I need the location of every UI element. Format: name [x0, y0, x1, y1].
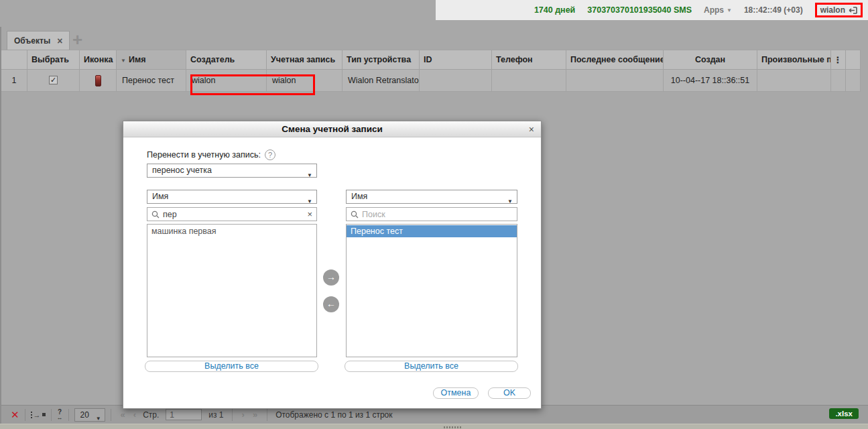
page-label: Стр.: [143, 410, 159, 420]
header-rownum: [1, 50, 27, 70]
header-account[interactable]: Учетная запись: [267, 50, 343, 70]
move-right-button[interactable]: →: [323, 269, 339, 286]
days-counter: 1740 дней: [534, 5, 575, 15]
row-checkbox[interactable]: ✓: [49, 76, 58, 84]
chevron-down-icon: ▼: [727, 7, 732, 13]
list-item[interactable]: машинка первая: [147, 225, 316, 237]
sms-counter: 370370370101935040 SMS: [587, 5, 692, 15]
header-last-message[interactable]: Последнее сообщение: [566, 50, 664, 70]
cancel-button[interactable]: Отмена: [433, 387, 479, 399]
annotation-box-account-cells: [190, 74, 315, 95]
row-select-cell[interactable]: ✓: [27, 70, 80, 92]
header-name[interactable]: ▼Имя: [117, 50, 186, 70]
bottom-resize-strip[interactable]: [0, 424, 868, 429]
select-all-right-button[interactable]: Выделить все: [345, 361, 518, 372]
header-device-type[interactable]: Тип устройства: [343, 50, 420, 70]
header-created[interactable]: Создан: [664, 50, 757, 70]
resize-grip-icon: [444, 426, 462, 428]
rows-status-text: Отображено с 1 по 1 из 1 строк: [275, 410, 392, 420]
row-device-type: Wialon Retranslator: [343, 70, 420, 92]
add-tab-icon[interactable]: +: [72, 31, 82, 48]
row-name[interactable]: Перенос тест: [117, 70, 186, 92]
transfer-account-label: Перенести в учетную запись:: [147, 150, 261, 160]
square-glyph: [42, 413, 46, 416]
chevron-down-icon: ▼: [96, 413, 101, 425]
left-sort-value: Имя: [152, 192, 168, 201]
select-all-left-button[interactable]: Выделить все: [145, 361, 318, 372]
logout-icon: [849, 7, 857, 14]
objects-table: Выбрать Иконка ▼Имя Создатель Учетная за…: [1, 50, 861, 92]
header-id[interactable]: ID: [420, 50, 492, 70]
export-xlsx-button[interactable]: .xlsx: [829, 408, 859, 419]
tab-objects[interactable]: Объекты ×: [7, 31, 70, 50]
row-number: 1: [1, 70, 27, 92]
tab-close-icon[interactable]: ×: [57, 36, 62, 46]
divider: [68, 409, 69, 421]
search-icon: [351, 210, 359, 219]
column-settings-icon[interactable]: ⋮: [831, 50, 846, 70]
header-icon[interactable]: Иконка: [80, 50, 117, 70]
sort-desc-icon: ▼: [121, 58, 126, 64]
prev-page-button[interactable]: ‹: [133, 410, 136, 420]
column-width-help-icon[interactable]: ? ↔: [57, 410, 63, 420]
right-sort-value: Имя: [351, 192, 367, 201]
clock-display: 18::42::49 (+03): [744, 5, 803, 15]
header-phone[interactable]: Телефон: [492, 50, 566, 70]
tab-objects-label: Объекты: [14, 36, 50, 46]
source-units-list[interactable]: машинка первая: [147, 224, 317, 357]
chevron-down-icon: ▼: [507, 195, 513, 208]
next-page-button[interactable]: ›: [242, 410, 245, 420]
divider: [111, 409, 111, 421]
right-search-box: [346, 207, 517, 221]
target-account-select[interactable]: перенос учетка ▼: [147, 164, 317, 178]
move-to-account-icon[interactable]: →: [31, 411, 46, 419]
divider: [25, 409, 25, 421]
clear-search-icon[interactable]: ×: [307, 209, 312, 219]
dialog-title: Смена учетной записи: [282, 124, 383, 134]
row-end-spacer: [846, 70, 861, 92]
chevron-down-icon: ▼: [307, 169, 312, 182]
row-kebab-spacer: [831, 70, 846, 92]
left-search-box: ×: [147, 207, 317, 221]
unit-device-icon: [95, 75, 101, 86]
top-header-bar: 1740 дней 370370370101935040 SMS Apps ▼ …: [436, 0, 868, 20]
divider: [51, 409, 52, 421]
dialog-titlebar: Смена учетной записи ×: [123, 121, 541, 137]
header-custom-fields[interactable]: Произвольные пол: [757, 50, 831, 70]
target-account-value: перенос учетка: [152, 166, 212, 175]
left-right-arrow-glyph: ↔: [57, 415, 63, 420]
apps-menu[interactable]: Apps ▼: [704, 5, 732, 15]
page-size-select[interactable]: 20 ▼: [74, 408, 105, 422]
header-spacer: [846, 50, 861, 70]
target-units-list[interactable]: Перенос тест: [346, 224, 517, 357]
dots-glyph: [31, 412, 32, 418]
page-total-label: из 1: [208, 410, 223, 420]
divider: [232, 409, 233, 421]
divider: [267, 409, 267, 421]
last-page-button[interactable]: »: [253, 410, 257, 420]
arrow-glyph: →: [34, 411, 41, 419]
move-left-button[interactable]: ←: [323, 296, 339, 312]
apps-menu-label: Apps: [704, 5, 724, 15]
right-search-input[interactable]: [362, 210, 513, 219]
dialog-close-icon[interactable]: ×: [529, 121, 534, 137]
row-created: 10--04--17 18::36::51: [664, 70, 757, 92]
page-size-value: 20: [80, 410, 89, 420]
right-sort-select[interactable]: Имя ▼: [346, 190, 517, 204]
row-phone: [492, 70, 566, 92]
user-logout-button[interactable]: wialon: [815, 3, 863, 17]
row-custom-fields: [757, 70, 831, 92]
list-item-selected[interactable]: Перенос тест: [347, 225, 517, 237]
left-sort-select[interactable]: Имя ▼: [147, 190, 317, 204]
ok-button[interactable]: OK: [488, 387, 531, 399]
header-select[interactable]: Выбрать: [27, 50, 80, 70]
first-page-button[interactable]: «: [121, 410, 125, 420]
left-search-input[interactable]: [163, 210, 304, 219]
page-number-input[interactable]: [166, 409, 202, 420]
username-label: wialon: [820, 5, 845, 15]
header-creator[interactable]: Создатель: [186, 50, 267, 70]
help-icon[interactable]: ?: [265, 149, 275, 160]
change-account-dialog: Смена учетной записи × Перенести в учетн…: [123, 121, 542, 409]
delete-selected-icon[interactable]: ✕: [11, 409, 19, 421]
row-last-message: [566, 70, 664, 92]
